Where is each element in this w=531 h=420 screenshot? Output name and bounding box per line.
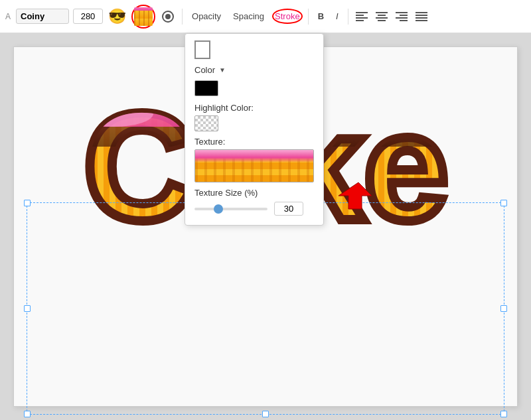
svg-point-29	[429, 101, 502, 123]
svg-rect-6	[376, 12, 388, 13]
texture-size-value-input[interactable]	[274, 202, 303, 216]
svg-rect-15	[416, 15, 427, 16]
stroke-button-wrapper: Stroke	[272, 9, 303, 24]
font-icon: A	[5, 12, 11, 21]
toolbar: A 😎 Opacity Spacing Stroke B I	[0, 0, 531, 33]
font-name-input[interactable]	[16, 9, 69, 24]
fill-texture-button[interactable]	[131, 5, 155, 29]
align-right-button[interactable]	[394, 10, 410, 23]
align-center-button[interactable]	[374, 10, 390, 23]
align-justify-button[interactable]	[414, 10, 429, 23]
divider-3	[348, 9, 348, 25]
stroke-button[interactable]: Stroke	[272, 9, 303, 24]
svg-rect-16	[416, 17, 427, 19]
svg-rect-8	[376, 17, 388, 19]
svg-rect-10	[396, 12, 408, 13]
font-size-input[interactable]	[73, 9, 103, 24]
spacing-button[interactable]: Spacing	[229, 9, 268, 24]
svg-rect-12	[396, 17, 408, 19]
svg-rect-9	[378, 20, 386, 21]
svg-rect-4	[356, 17, 368, 19]
svg-point-28	[339, 100, 432, 127]
fill-button-wrapper	[131, 5, 155, 29]
align-left-button[interactable]	[354, 10, 370, 23]
highlight-color-label: Highlight Color:	[194, 103, 314, 113]
color-row: Color ▼	[194, 65, 314, 75]
fill-dropdown-panel: Color ▼ Highlight Color: Texture: Textur…	[185, 33, 324, 226]
svg-rect-3	[356, 15, 364, 16]
svg-rect-13	[400, 20, 408, 21]
svg-point-1	[165, 14, 171, 19]
texture-size-slider[interactable]	[194, 208, 267, 210]
shape-button[interactable]	[159, 8, 177, 25]
color-dropdown-arrow[interactable]: ▼	[219, 66, 226, 74]
svg-rect-14	[416, 12, 427, 13]
emoji-button[interactable]: 😎	[107, 7, 127, 27]
svg-rect-7	[378, 15, 386, 16]
svg-rect-5	[356, 20, 364, 21]
svg-rect-11	[400, 15, 408, 16]
highlight-color-swatch[interactable]	[194, 115, 218, 131]
fill-icon[interactable]	[194, 40, 210, 59]
texture-size-label: Texture Size (%)	[194, 188, 314, 198]
divider-2	[308, 9, 309, 25]
svg-point-26	[74, 100, 153, 127]
texture-label: Texture:	[194, 137, 314, 147]
svg-rect-2	[356, 12, 368, 13]
divider-1	[182, 9, 183, 25]
texture-size-slider-row	[194, 202, 314, 216]
svg-rect-17	[416, 20, 427, 21]
color-label: Color	[194, 65, 215, 75]
opacity-button[interactable]: Opacity	[188, 9, 225, 24]
italic-button[interactable]: I	[332, 9, 342, 24]
texture-swatch[interactable]	[194, 149, 314, 182]
bold-button[interactable]: B	[314, 9, 328, 24]
color-swatch-black[interactable]	[194, 80, 218, 96]
